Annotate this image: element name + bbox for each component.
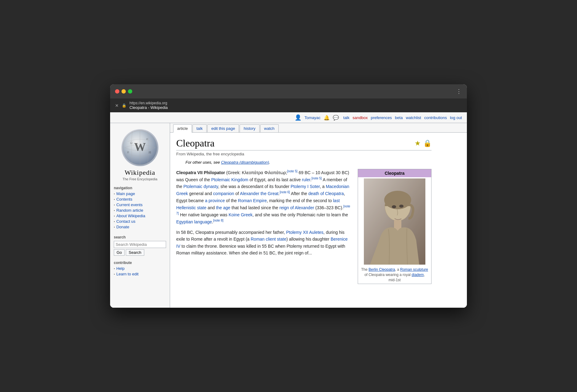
notification-bell-icon[interactable]: 🔔: [324, 115, 330, 121]
province-link[interactable]: a province: [205, 198, 225, 203]
tab-history[interactable]: history: [240, 124, 259, 132]
nav-item-contact: Contact us: [114, 219, 166, 224]
nav-item-main: Main page: [114, 191, 166, 196]
content-area: W Ω И 維 Й Wikipedia The Free Encyclopedi…: [110, 123, 467, 308]
page-title-text: Cleopatra: [176, 138, 214, 149]
watchlist-link[interactable]: watchlist: [406, 115, 421, 120]
alexander-link[interactable]: Alexander the Great: [240, 191, 278, 196]
donate-link[interactable]: Donate: [116, 225, 129, 229]
age-link[interactable]: the age: [216, 205, 230, 210]
beta-link[interactable]: beta: [395, 115, 403, 120]
user-icon: 👤: [295, 114, 301, 121]
search-button[interactable]: Search: [126, 249, 144, 256]
lock-icon: 🔒: [122, 103, 126, 108]
note8-link[interactable]: [note 8]: [213, 219, 223, 222]
infobox-title: Cleopatra: [358, 169, 431, 177]
username-link[interactable]: Tomayac: [304, 115, 320, 120]
ptolemaic-dynasty-link[interactable]: Ptolemaic dynasty: [183, 184, 218, 189]
maximize-button[interactable]: [128, 89, 132, 94]
contribute-list: Help Learn to edit: [114, 266, 166, 276]
ruler-link[interactable]: ruler: [302, 177, 310, 182]
note6-link[interactable]: [note 6]: [280, 190, 290, 194]
nav-item-about: About Wikipedia: [114, 214, 166, 218]
talk-link[interactable]: talk: [343, 115, 349, 120]
article-tabs: article talk edit this page history watc…: [170, 123, 467, 133]
ptolemy-link[interactable]: Ptolemy I Soter: [291, 184, 320, 189]
contact-link[interactable]: Contact us: [116, 219, 135, 224]
main-page-link[interactable]: Main page: [116, 191, 135, 196]
note5b-link[interactable]: [note 5]: [312, 177, 322, 180]
top-nav-links: talk sandbox preferences beta watchlist …: [343, 115, 462, 120]
current-events-link[interactable]: Current events: [116, 202, 142, 207]
contribute-title: contribute: [114, 261, 166, 265]
infobox: Cleopatra: [358, 169, 432, 284]
roman-client-link[interactable]: Roman client state: [251, 237, 286, 242]
svg-text:И: И: [146, 138, 148, 141]
wiki-page: 👤 Tomayac 🔔 💬 talk sandbox preferences b…: [110, 112, 467, 308]
contribute-item-edit: Learn to edit: [114, 272, 166, 276]
svg-text:維: 維: [148, 151, 151, 154]
close-button[interactable]: [115, 89, 119, 94]
reign-link[interactable]: reign of Alexander: [279, 205, 314, 210]
logout-link[interactable]: log out: [450, 115, 462, 120]
ptolemaic-kingdom-link[interactable]: Ptolemaic Kingdom: [211, 177, 249, 182]
egyptian-language-link[interactable]: Egyptian language: [176, 219, 212, 224]
nav-section-title: navigation: [114, 186, 166, 190]
preferences-link[interactable]: preferences: [371, 115, 392, 120]
nav-list: Main page Contents Current events Random…: [114, 191, 166, 229]
tab-edit[interactable]: edit this page: [207, 124, 239, 132]
tab-article[interactable]: article: [173, 124, 192, 133]
svg-rect-12: [364, 178, 425, 265]
minimize-button[interactable]: [121, 89, 126, 94]
random-article-link[interactable]: Random article: [116, 208, 143, 213]
main-content: Cleopatra ★ 🔒 From Wikipedia, the free e…: [170, 133, 438, 308]
svg-text:Ω: Ω: [130, 141, 132, 145]
search-input[interactable]: [114, 241, 166, 248]
sandbox-link[interactable]: sandbox: [352, 115, 368, 120]
browser-window: ⋮ ✕ 🔒 https://en.wikipedia.org Cleopatra…: [110, 84, 467, 308]
learn-to-edit-link[interactable]: Learn to edit: [116, 272, 138, 276]
search-section: search Go Search: [110, 233, 170, 258]
page-title-icons: ★ 🔒: [415, 139, 432, 147]
close-tab[interactable]: ✕: [115, 103, 119, 108]
berlin-cleopatra-link[interactable]: Berlin Cleopatra: [368, 267, 395, 272]
disambiguation-text: For other uses, see: [185, 160, 220, 165]
star-icon[interactable]: ★: [415, 139, 421, 147]
contribute-section: contribute Help Learn to edit: [110, 259, 170, 279]
message-icon[interactable]: 💬: [333, 115, 339, 121]
death-cleopatra-link[interactable]: death of Cleopatra: [308, 191, 344, 196]
lock-icon: 🔒: [423, 139, 432, 147]
url-text: https://en.wikipedia.org: [129, 101, 168, 105]
wiki-title: Wikipedia: [113, 169, 167, 177]
tab-watch[interactable]: watch: [260, 124, 279, 132]
article-area: article talk edit this page history watc…: [170, 123, 467, 308]
nav-item-contents: Contents: [114, 197, 166, 202]
roman-empire-link[interactable]: Roman Empire: [238, 198, 267, 203]
sidebar: W Ω И 維 Й Wikipedia The Free Encyclopedi…: [110, 123, 170, 308]
note5-link[interactable]: [note 5]: [287, 170, 297, 173]
title-bar: ⋮: [110, 84, 467, 98]
nav-item-events: Current events: [114, 202, 166, 207]
diadem-link[interactable]: diadem: [412, 273, 424, 277]
top-nav: 👤 Tomayac 🔔 💬 talk sandbox preferences b…: [110, 112, 467, 123]
ptolemy-xii-link[interactable]: Ptolemy XII Auletes: [286, 230, 323, 235]
tab-talk[interactable]: talk: [193, 124, 207, 132]
wiki-subtitle: The Free Encyclopedia: [113, 177, 167, 181]
about-link[interactable]: About Wikipedia: [116, 214, 145, 218]
svg-text:W: W: [134, 140, 146, 153]
roman-sculpture-link[interactable]: Roman sculpture: [400, 267, 428, 272]
contents-link[interactable]: Contents: [116, 197, 132, 202]
infobox-image: [364, 178, 425, 265]
user-area: 👤 Tomayac 🔔 💬: [295, 114, 339, 121]
svg-text:Й: Й: [127, 151, 129, 154]
menu-dots[interactable]: ⋮: [456, 88, 462, 95]
disambiguation-link[interactable]: Cleopatra (disambiguation): [221, 160, 269, 165]
koine-link[interactable]: Koine Greek: [229, 212, 253, 217]
contribute-item-help: Help: [114, 266, 166, 271]
nav-item-donate: Donate: [114, 225, 166, 229]
go-button[interactable]: Go: [114, 249, 125, 256]
companion-link[interactable]: companion: [213, 191, 234, 196]
nav-section: navigation Main page Contents Current ev…: [110, 184, 170, 232]
help-link[interactable]: Help: [116, 266, 125, 271]
contributions-link[interactable]: contributions: [424, 115, 447, 120]
